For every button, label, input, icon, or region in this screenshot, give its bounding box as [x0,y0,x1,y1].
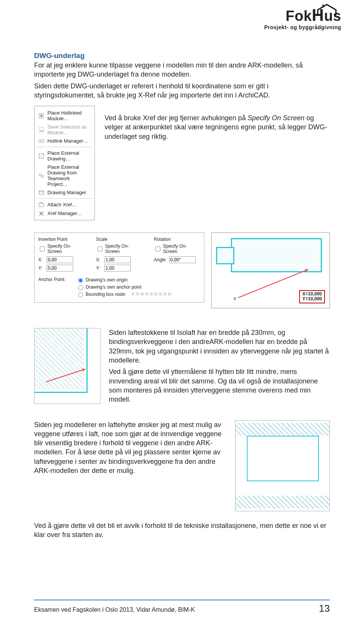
menu-item-hotlink-manager[interactable]: Hotlink Manager… [35,137,94,145]
annotation-arrow [238,269,309,298]
menu-row: Place Hotlinked Module… Save Selection a… [34,102,330,220]
svg-rect-5 [39,140,41,143]
paragraph-1: For at jeg enklere kunne tilpasse veggen… [34,61,330,79]
menu-label: Save Selection as Module… [47,124,91,135]
paragraph-6: Ved å gjøre dette vil det bli et avvik i… [34,521,330,540]
section-heading: DWG-underlag [34,52,330,60]
svg-rect-4 [40,130,43,132]
drawing-icon [38,153,44,159]
menu-label: Xref Manager… [47,210,82,216]
specify-onscreen-checkbox[interactable] [40,247,45,251]
anchor-label: Anchor Point: [38,277,69,297]
svg-line-8 [39,154,44,158]
menu-item-place-external-teamwork[interactable]: Place External Drawing from Teamwork Pro… [35,163,94,188]
text-fragment: Ved å bruke Xref der jeg fjerner avhukin… [105,114,248,122]
origin-marker: x [234,295,236,301]
angle-input[interactable] [169,256,196,263]
xref-options-dialog: Insertion Point Specify On-Screen X: Y: … [34,232,204,303]
x-label: X: [96,257,103,262]
y-label: Y: [38,265,45,271]
checkbox-label: Specify On-Screen [163,243,200,254]
paragraph-4: Ved å gjøre dette vil yttermålene til hy… [109,367,330,404]
wall-text: Siden laftestokkene til Isolaft har en b… [109,328,330,406]
scale-x-input[interactable] [104,256,131,263]
col-title: Insertion Point [38,237,85,242]
bbox-node-grid[interactable] [132,292,171,295]
svg-rect-11 [39,191,44,195]
menu-item-drawing-manager[interactable]: Drawing Manager [35,188,94,197]
x-label: X: [38,257,45,262]
menu-label: Attach Xref… [47,202,77,207]
attach-icon [38,202,44,208]
anchor-radio-bbox[interactable] [78,292,83,297]
hatch-top [235,423,329,436]
paragraph-2: Siden dette DWG-underlaget er referert i… [34,82,330,100]
page: FokHus Prosjekt- og byggrådgivning DWG-u… [0,0,364,625]
anchor-point-block: Anchor Point: Drawing's own origin Drawi… [38,277,200,298]
wall-detail-screenshot [34,328,100,404]
menu-item-save-selection: Save Selection as Module… [35,122,94,137]
insertion-point-col: Insertion Point Specify On-Screen X: Y: [38,237,85,273]
save-icon [38,127,44,133]
room-outline [247,436,319,481]
radio-label: Bounding box node: [86,292,126,297]
room-detail-screenshot [235,420,330,511]
col-title: Scale [96,237,142,242]
radio-label: Drawing's own origin [86,277,127,283]
menu-item-place-hotlinked[interactable]: Place Hotlinked Module… [35,108,94,122]
x-input[interactable] [47,256,73,263]
menu-label: Hotlink Manager… [47,138,88,144]
checkbox-label: Specify On-Screen [47,243,85,254]
lafte-section: Siden jeg modellerer en laftehytte ønske… [34,420,330,511]
menu-item-place-external[interactable]: Place External Drawing… [35,149,94,163]
wall-outline [35,328,88,393]
col-title: Rotation [154,237,200,242]
anchor-radio-anchor[interactable] [78,285,83,290]
wall-section: Siden laftestokkene til Isolaft har en b… [34,328,330,406]
brand-tagline: Prosjekt- og byggrådgivning [243,24,341,30]
module-icon [38,113,44,119]
plan-screenshot: x X=10,000 Y=10,000 [211,232,330,308]
angle-label: Angle: [154,257,168,262]
manager-icon [38,190,44,196]
svg-rect-6 [42,140,44,143]
xref-icon [38,210,44,217]
svg-rect-13 [39,203,44,207]
dialog-row: Insertion Point Specify On-Screen X: Y: … [34,232,330,308]
paragraph-3: Siden laftestokkene til Isolaft har en b… [109,328,330,365]
scale-col: Scale Specify On-Screen X: Y: [96,237,142,273]
paragraph-5: Siden jeg modellerer en laftehytte ønske… [34,420,227,476]
menu-separator [37,198,92,199]
svg-point-10 [41,175,44,177]
brand-logo: FokHus Prosjekt- og byggrådgivning [243,7,341,30]
menu-label: Place External Drawing… [47,150,91,162]
svg-rect-2 [40,115,42,117]
rotation-col: Rotation Specify On-Screen Angle: [154,237,200,273]
svg-point-9 [39,174,41,176]
scale-y-input[interactable] [104,265,131,272]
page-footer: Eksamen ved Fagskolen i Oslo 2013, Vidar… [34,600,330,614]
menu-label: Drawing Manager [47,190,86,195]
radio-label: Drawing's own anchor point [86,284,141,290]
teamwork-icon [38,173,44,179]
context-menu: Place Hotlinked Module… Save Selection a… [34,106,95,220]
lafte-text: Siden jeg modellerer en laftehytte ønske… [34,420,227,478]
menu-separator [37,147,92,147]
footer-text: Eksamen ved Fagskolen i Oslo 2013, Vidar… [34,606,195,613]
anchor-radio-origin[interactable] [78,278,83,283]
y-input[interactable] [47,265,73,272]
y-coord: Y=10,000 [302,296,322,302]
x-coord: X=10,000 [302,291,322,297]
specify-onscreen-checkbox[interactable] [97,247,102,251]
page-number: 13 [319,603,330,614]
hatch-bottom [235,496,329,509]
menu-item-xref-manager[interactable]: Xref Manager… [35,209,94,218]
menu-label: Place External Drawing from Teamwork Pro… [47,164,91,187]
y-label: Y: [96,265,103,271]
house-icon [316,4,337,19]
xref-explanation: Ved å bruke Xref der jeg fjerner avhukin… [105,113,330,141]
coordinate-label: X=10,000 Y=10,000 [299,290,325,304]
menu-item-attach-xref[interactable]: Attach Xref… [35,200,94,209]
specify-onscreen-checkbox[interactable] [155,247,160,251]
checkbox-label: Specify On-Screen [105,243,142,254]
